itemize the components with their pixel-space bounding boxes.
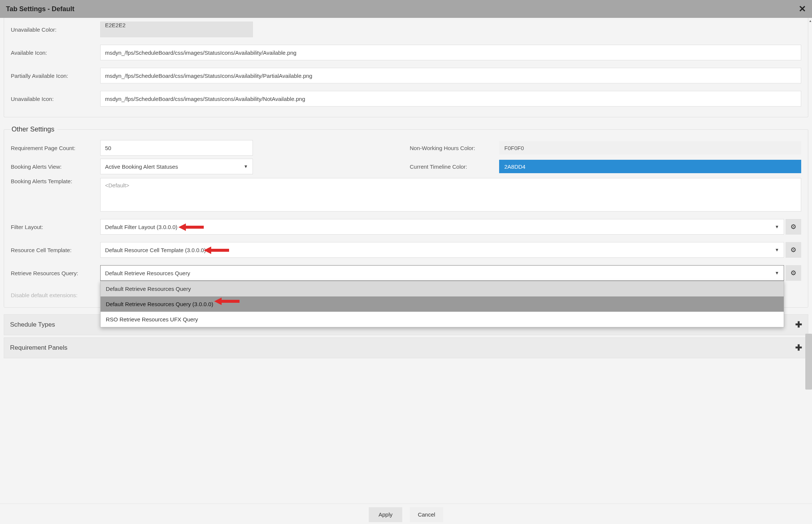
other-settings-legend: Other Settings bbox=[11, 126, 57, 133]
filter-layout-label: Filter Layout: bbox=[11, 224, 100, 230]
disable-default-extensions-label: Disable default extensions: bbox=[11, 292, 100, 298]
partially-available-icon-label: Partially Available Icon: bbox=[11, 73, 100, 79]
chevron-down-icon: ▼ bbox=[244, 164, 248, 169]
req-page-count-field[interactable] bbox=[100, 140, 253, 156]
chevron-down-icon: ▼ bbox=[775, 270, 779, 276]
gear-icon: ⚙ bbox=[790, 269, 796, 277]
req-page-count-label: Requirement Page Count: bbox=[11, 145, 100, 151]
resource-cell-gear-button[interactable]: ⚙ bbox=[786, 242, 801, 258]
partially-available-icon-field[interactable] bbox=[100, 68, 801, 83]
other-settings-group: Other Settings Requirement Page Count: N… bbox=[4, 126, 808, 308]
annotation-arrow-icon bbox=[214, 296, 240, 306]
cancel-button[interactable]: Cancel bbox=[410, 507, 443, 522]
current-timeline-color-label: Current Timeline Color: bbox=[410, 163, 499, 170]
icon-settings-group: Unavailable Color: E2E2E2 Available Icon… bbox=[4, 18, 808, 117]
booking-alerts-template-label: Booking Alerts Template: bbox=[11, 178, 100, 184]
current-timeline-color-field[interactable]: 2A8DD4 bbox=[499, 160, 801, 173]
plus-icon: ✚ bbox=[795, 343, 802, 353]
chevron-down-icon: ▼ bbox=[775, 247, 779, 253]
scroll-up-icon[interactable]: ▴ bbox=[809, 19, 811, 23]
filter-layout-dropdown[interactable]: Default Filter Layout (3.0.0.0) ▼ bbox=[100, 219, 784, 235]
apply-button[interactable]: Apply bbox=[369, 507, 402, 522]
unavailable-color-label: Unavailable Color: bbox=[11, 26, 100, 33]
booking-alerts-view-dropdown[interactable]: Active Booking Alert Statuses ▼ bbox=[100, 159, 253, 174]
dialog-title: Tab Settings - Default bbox=[6, 5, 74, 13]
plus-icon: ✚ bbox=[795, 320, 802, 330]
nonworking-hours-color-field[interactable]: F0F0F0 bbox=[499, 141, 801, 155]
resource-cell-template-label: Resource Cell Template: bbox=[11, 247, 100, 253]
booking-alerts-template-field[interactable]: <Default> bbox=[100, 178, 801, 212]
requirement-panels-accordion[interactable]: Requirement Panels ✚ bbox=[4, 337, 808, 358]
requirement-panels-label: Requirement Panels bbox=[10, 344, 67, 352]
dropdown-option[interactable]: Default Retrieve Resources Query bbox=[101, 281, 784, 296]
retrieve-resources-query-dropdown[interactable]: Default Retrieve Resources Query ▼ bbox=[100, 265, 784, 281]
dialog-footer: Apply Cancel bbox=[0, 504, 812, 524]
retrieve-resources-query-options: Default Retrieve Resources Query Default… bbox=[100, 281, 784, 327]
unavailable-icon-label: Unavailable Icon: bbox=[11, 96, 100, 102]
dropdown-option[interactable]: RSO Retrieve Resources UFX Query bbox=[101, 312, 784, 327]
available-icon-field[interactable] bbox=[100, 45, 801, 60]
unavailable-color-field[interactable]: E2E2E2 bbox=[100, 22, 253, 37]
available-icon-label: Available Icon: bbox=[11, 50, 100, 56]
chevron-down-icon: ▼ bbox=[775, 224, 779, 229]
title-bar: Tab Settings - Default ✕ bbox=[0, 0, 812, 18]
gear-icon: ⚙ bbox=[790, 246, 796, 254]
retrieve-resources-gear-button[interactable]: ⚙ bbox=[786, 265, 801, 281]
gear-icon: ⚙ bbox=[790, 223, 796, 231]
resource-cell-template-dropdown[interactable]: Default Resource Cell Template (3.0.0.0)… bbox=[100, 242, 784, 258]
dropdown-option[interactable]: Default Retrieve Resources Query (3.0.0.… bbox=[101, 296, 784, 312]
nonworking-hours-color-label: Non-Working Hours Color: bbox=[410, 145, 499, 151]
booking-alerts-view-label: Booking Alerts View: bbox=[11, 163, 100, 170]
retrieve-resources-query-label: Retrieve Resources Query: bbox=[11, 270, 100, 276]
unavailable-icon-field[interactable] bbox=[100, 91, 801, 107]
filter-layout-gear-button[interactable]: ⚙ bbox=[786, 219, 801, 235]
scrollbar-thumb[interactable] bbox=[805, 334, 812, 390]
content-area: ▴ Unavailable Color: E2E2E2 Available Ic… bbox=[0, 18, 812, 504]
schedule-types-label: Schedule Types bbox=[10, 321, 55, 328]
close-icon[interactable]: ✕ bbox=[799, 4, 806, 14]
